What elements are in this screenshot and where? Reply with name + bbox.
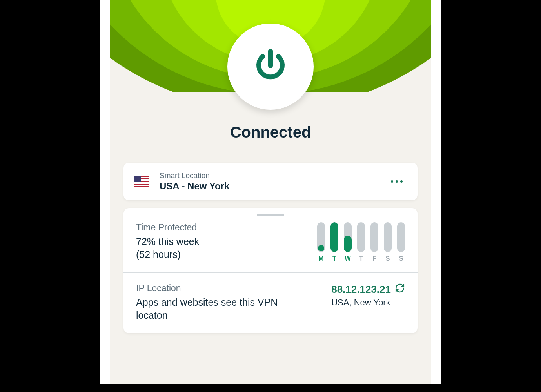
ip-location-description: Apps and websites see this VPN locaton [136, 296, 281, 321]
chart-bar-track [330, 222, 338, 252]
chart-day: W [344, 222, 352, 262]
chart-day-label: S [399, 255, 403, 262]
ip-address-row: 88.12.123.21 [331, 283, 405, 296]
location-card[interactable]: Smart Location USA - New York [123, 163, 418, 200]
ip-city: USA, New York [331, 298, 405, 308]
us-flag-icon [134, 176, 149, 187]
chart-bar-fill [318, 245, 324, 251]
app-window: Connected Smart Location USA - New York [110, 0, 431, 384]
viewport-frame: Connected Smart Location USA - New York [100, 0, 441, 384]
drag-handle[interactable] [257, 214, 284, 216]
svg-rect-7 [134, 176, 141, 182]
time-protected-value: 72% this week (52 hours) [136, 235, 281, 261]
location-text-group: Smart Location USA - New York [160, 171, 387, 192]
chart-day: S [397, 222, 405, 262]
chart-day-label: W [345, 255, 350, 262]
chart-bar-track [344, 222, 352, 252]
chart-bar-track [317, 222, 325, 252]
chart-day: S [384, 222, 392, 262]
dot-icon [400, 180, 403, 183]
dot-icon [391, 180, 393, 183]
chart-bar-track [397, 222, 405, 252]
time-protected-label: Time Protected [136, 222, 281, 233]
chart-bar-track [357, 222, 365, 252]
week-bar-chart: MTWTFSS [317, 222, 405, 262]
smart-location-label: Smart Location [160, 171, 387, 180]
chart-day: T [330, 222, 338, 262]
chart-day-label: T [359, 255, 363, 262]
chart-bar-fill [330, 222, 338, 252]
chart-day-label: S [386, 255, 390, 262]
time-protected-section: Time Protected 72% this week (52 hours) … [123, 208, 418, 272]
refresh-icon[interactable] [395, 283, 405, 296]
chart-day-label: M [318, 255, 323, 262]
more-options-button[interactable] [387, 176, 407, 187]
ip-address: 88.12.123.21 [331, 283, 391, 296]
connection-status: Connected [110, 123, 431, 141]
location-name: USA - New York [160, 181, 387, 192]
ip-location-section: IP Location Apps and websites see this V… [123, 272, 418, 333]
ip-location-label: IP Location [136, 283, 281, 294]
svg-rect-4 [134, 182, 149, 183]
svg-rect-6 [134, 185, 149, 186]
connect-toggle-button[interactable] [227, 24, 314, 110]
chart-day-label: T [332, 255, 336, 262]
chart-bar-track [384, 222, 392, 252]
stats-card[interactable]: Time Protected 72% this week (52 hours) … [123, 208, 418, 333]
dot-icon [396, 180, 398, 183]
chart-day-label: F [372, 255, 376, 262]
chart-day: M [317, 222, 325, 262]
svg-rect-5 [134, 183, 149, 184]
chart-bar-fill [344, 236, 352, 252]
chart-bar-track [370, 222, 378, 252]
power-icon [251, 46, 290, 87]
chart-day: F [370, 222, 378, 262]
chart-day: T [357, 222, 365, 262]
